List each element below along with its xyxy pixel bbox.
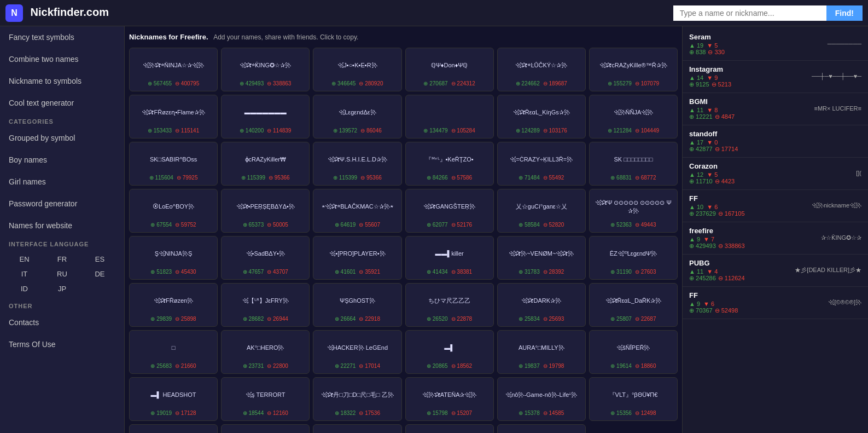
- nick-card[interactable]: ▬▬▬▬▬▬▬⊕ 140200⊖ 114839: [221, 95, 310, 138]
- sidebar-cat-website[interactable]: Names for website: [0, 215, 124, 236]
- nick-card[interactable]: ꧁šŇĬPEŘ꧂⊕ 19614⊖ 18860: [589, 330, 678, 374]
- nick-card[interactable]: ꧁LεgεndΔε꧂⊕ 139572⊖ 86046: [313, 95, 401, 138]
- lang-jp[interactable]: JP: [44, 282, 80, 295]
- right-item-info: FF▲ 10 ▼ 6⊕ 237629 ⊖ 167105: [689, 194, 807, 217]
- nick-card[interactable]: ꧁✰cRAZyKílle®™Ř✰꧂⊕ 155279⊖ 107079: [589, 48, 678, 91]
- nick-card[interactable]: ꧁✰Ψ ⊙⊙⊙⊙⊙ ⊙⊙⊙⊙⊙ Ψ✰꧂⊕ 52363⊖ 49443: [589, 189, 678, 233]
- nick-card[interactable]: ꧁•[PRO]PLAYER•꧂⊕ 41601⊖ 35921: [313, 236, 401, 280]
- stat-up-icon: ⊕ 67554: [150, 222, 172, 228]
- sidebar-other-contacts[interactable]: Contacts: [0, 311, 124, 333]
- nick-card[interactable]: ꧁✰☆ĿŮČΚÝ☆✰꧂⊕ 224662⊖ 189687: [497, 48, 586, 91]
- nick-name: ▬▌: [444, 335, 455, 361]
- sidebar: Fancy text symbolsCombine two namesNickn…: [0, 26, 125, 433]
- right-panel-item[interactable]: Seram▲ 19 ▼ 5⊕ 838 ⊖ 330────────: [683, 28, 868, 61]
- nick-card[interactable]: □⊕ 25683⊖ 21660: [129, 330, 218, 374]
- nick-card[interactable]: ꧁✰ŘεαL_KíŋGs✰꧂⊕ 124289⊖ 103176: [497, 95, 586, 138]
- sidebar-item-combine[interactable]: Combine two names: [0, 48, 124, 70]
- nick-card[interactable]: ▬▌⊕ 20865⊖ 18562: [405, 330, 494, 374]
- stat-down-icon: ⊖ 95366: [360, 175, 382, 181]
- nick-card[interactable]: SK □□□□□□□□⊕ 68831⊖ 68772: [589, 142, 678, 186]
- nick-name: ꧁✰•PEŖȘĘBΔYΔ•꧂: [236, 194, 295, 220]
- sidebar-other-terms[interactable]: Terms Of Use: [0, 333, 124, 355]
- search-input[interactable]: [673, 5, 826, 21]
- lang-fr[interactable]: FR: [44, 253, 80, 265]
- nick-card[interactable]: ℚΨ♦Don♦Ψℚ⊕ 270687⊖ 224312: [405, 48, 494, 91]
- nick-card[interactable]: ꧁AŠAŠŞINŞBLACK꧂⊕ 15798: [221, 424, 310, 433]
- lang-en[interactable]: EN: [7, 253, 42, 265]
- nick-card[interactable]: SK□SABIR^BOss⊕ 115604⊖ 79925: [129, 142, 218, 186]
- stat-up-icon: ⊕ 115399: [241, 175, 265, 181]
- stat-down: ⊖ 112624: [718, 275, 745, 282]
- nick-card[interactable]: ɸcRAZyKiller₩⊕ 115399⊖ 95366: [221, 142, 310, 186]
- nick-card[interactable]: ꧁J▪○▪K▪E▪R꧂⊕ 346645⊖ 280920: [313, 48, 401, 91]
- nick-card[interactable]: ⊕ 134479⊖ 105284: [405, 95, 494, 138]
- right-panel-item[interactable]: FF▲ 10 ▼ 6⊕ 237629 ⊖ 167105꧁꧂nickname꧁꧂: [683, 190, 868, 222]
- nick-card[interactable]: 『ᴹᵛᴸ』•KeŘŢZO•⊕ 84266⊖ 57586: [405, 142, 494, 186]
- lang-es[interactable]: ES: [82, 253, 118, 265]
- stat-down-icon: ⊖ 57586: [451, 175, 473, 181]
- nick-stats: ⊕ 124289⊖ 103176: [516, 128, 567, 134]
- right-panel-item[interactable]: freefire▲ 9 ▼ 7⊕ 429493 ⊖ 338863✰☆ǨING✪☆…: [683, 222, 868, 255]
- right-panel-item[interactable]: FF▲ 9 ▼ 6⊕ 70367 ⊖ 52498꧁[©®©®]꧂: [683, 287, 868, 319]
- right-panel: Seram▲ 19 ▼ 5⊕ 838 ⊖ 330────────Instagra…: [682, 26, 868, 433]
- nick-card[interactable]: ꧁꧂ŇÑJA꧁꧂⊕ 121284⊖ 104449: [589, 95, 678, 138]
- nick-card[interactable]: ꧁=ĊRAZY÷ĶILL3Ř=꧂⊕ 71484⊖ 55492: [497, 142, 586, 186]
- nick-card[interactable]: ΨŞGhOST꧂⊕ 26664⊖ 22918: [313, 283, 401, 327]
- sidebar-item-cool[interactable]: Cool text generator: [0, 92, 124, 114]
- nick-card[interactable]: AURA°□MILLY꧂⊕ 19837⊖ 19798: [497, 330, 586, 374]
- arrow-up-icon: ▲ 12: [689, 171, 703, 178]
- right-panel-item[interactable]: BGMI▲ 11 ▼ 8⊕ 12221 ⊖ 4847≡MR× LUCIFER≡: [683, 93, 868, 125]
- nick-card[interactable]: ▬▌ HEADSHOT⊕ 19019⊖ 17128: [129, 377, 218, 421]
- nick-card[interactable]: ꧁꧂✰☆ŇINJA☆✰꧁꧂⊕ 567455⊖ 400795: [129, 48, 218, 91]
- nick-card[interactable]: şTŔeXiŇ꧂□: [497, 424, 586, 433]
- nick-card[interactable]: ꧁【ᴸᴿ】JεFRY꧂⊕ 28682⊖ 26944: [221, 283, 310, 327]
- nick-card[interactable]: ꧁✰•PEŖȘĘBΔYΔ•꧂⊕ 65373⊖ 50005: [221, 189, 310, 233]
- nick-card[interactable]: ÊZ꧁ᴵᴰLεgεndΨ꧂⊕ 31190⊖ 27603: [589, 236, 678, 280]
- nick-card[interactable]: ꧁✰丹□刀□D□尺□毛□ 乙꧂⊕ 18322⊖ 17536: [313, 377, 401, 421]
- nick-card[interactable]: ꧁꧂✰ATEŇA✰꧁꧂⊕ 15798⊖ 15207: [405, 377, 494, 421]
- sidebar-item-fancy[interactable]: Fancy text symbols: [0, 26, 124, 48]
- nick-card[interactable]: ⦿LoEo^BOY꧂⊕ 67554⊖ 59752: [129, 189, 218, 233]
- sidebar-cat-girl[interactable]: Girl names: [0, 171, 124, 193]
- nick-card[interactable]: □□□SpartaN□□꧂: [313, 424, 401, 433]
- lang-it[interactable]: IT: [7, 268, 42, 280]
- nick-card[interactable]: ꧁✰DARK✰꧂⊕ 25834⊖ 25693: [497, 283, 586, 327]
- nick-card[interactable]: ꧁nô꧂-Game-nô꧂-Lifeꜜ꧂⊕ 15378⊖ 14585: [497, 377, 586, 421]
- nick-card[interactable]: ꧁✰FŘøzen꧂⊕ 29839⊖ 25898: [129, 283, 218, 327]
- nick-card[interactable]: ꧁HACKER꧂ LeGEnd⊕ 22271⊖ 17014: [313, 330, 401, 374]
- sidebar-cat-grouped[interactable]: Grouped by symbol: [0, 127, 124, 149]
- lang-ru[interactable]: RU: [44, 268, 80, 280]
- nick-card[interactable]: ꧁✰GANGŠTEŖ꧂⊕ 62077⊖ 52176: [405, 189, 494, 233]
- right-panel-item[interactable]: Corazon▲ 12 ▼ 5⊕ 11710 ⊖ 4423[](: [683, 158, 868, 190]
- stat-up-icon: ⊕ 47657: [243, 269, 264, 275]
- right-panel-item[interactable]: Instagram▲ 14 ▼ 9⊕ 9125 ⊖ 5213──┼─♥──┼──…: [683, 61, 868, 93]
- sidebar-cat-boy[interactable]: Boy names: [0, 149, 124, 171]
- nick-card[interactable]: ちひマ尺乙乙乙⊕ 26520⊖ 22878: [405, 283, 494, 327]
- right-panel-item[interactable]: standoff▲ 17 ▼ 0⊕ 42877 ⊖ 17714: [683, 125, 868, 158]
- nick-card[interactable]: 『VLT』°βΘÜ¥П€⊕ 15356⊖ 12498: [589, 377, 678, 421]
- stat-up-icon: ⊕ 23731: [243, 363, 264, 369]
- lang-id[interactable]: ID: [7, 282, 42, 295]
- nick-stats: ⊕ 429493⊖ 338863: [240, 80, 291, 86]
- sidebar-item-nick2sym[interactable]: Nickname to symbols: [0, 70, 124, 92]
- nick-card[interactable]: Ş꧁NINJA꧂Ş⊕ 51823⊖ 45430: [129, 236, 218, 280]
- nick-card[interactable]: ꧁✰ŞΕŖĮɢŊ✰꧂: [129, 424, 218, 433]
- nick-card[interactable]: ★꧁✰☆BLAČKMAC☆✰꧂★⊕ 64619⊖ 55607: [313, 189, 401, 233]
- nick-card[interactable]: AK°□HERO꧂⊕ 23731⊖ 22800: [221, 330, 310, 374]
- nick-card[interactable]: 乂☆guCí°ganε☆乂⊕ 58584⊖ 52820: [497, 189, 586, 233]
- nick-card[interactable]: ꧁✰☆ǨING✪☆✰꧂⊕ 429493⊖ 338863: [221, 48, 310, 91]
- nick-card[interactable]: ꧁✰FŘøzεɳ•Flame✰꧂⊕ 153433⊖ 115141: [129, 95, 218, 138]
- nick-card[interactable]: ꧁✰꧂~VENØM~꧁✰꧂⊕ 31783⊖ 28392: [497, 236, 586, 280]
- nick-card[interactable]: ꧁✰Ψ.S.H.I.E.L.D✰꧂⊕ 115399⊖ 95366: [313, 142, 401, 186]
- nick-card[interactable]: ▬▬▌killer⊕ 41434⊖ 38381: [405, 236, 494, 280]
- find-button[interactable]: Find!: [826, 5, 863, 21]
- header: N Nickfinder.com Find!: [0, 0, 868, 26]
- sidebar-cat-password[interactable]: Password generator: [0, 193, 124, 215]
- nick-card[interactable]: svinna ʓ: [405, 424, 494, 433]
- nick-card[interactable]: ꧁•SadBΔY•꧂⊕ 47657⊖ 43707: [221, 236, 310, 280]
- lang-de[interactable]: DE: [82, 268, 118, 280]
- right-panel-item[interactable]: PUBG▲ 11 ▼ 4⊕ 245286 ⊖ 112624★彡[DEAD KIL…: [683, 255, 868, 287]
- nick-card[interactable]: ꧁ş TERRORT⊕ 18544⊖ 12160: [221, 377, 310, 421]
- nick-card[interactable]: ꧁✰ŘεαL_DaŘK✰꧂⊕ 25807⊖ 22687: [589, 283, 678, 327]
- site-logo[interactable]: N Nickfinder.com: [5, 4, 109, 22]
